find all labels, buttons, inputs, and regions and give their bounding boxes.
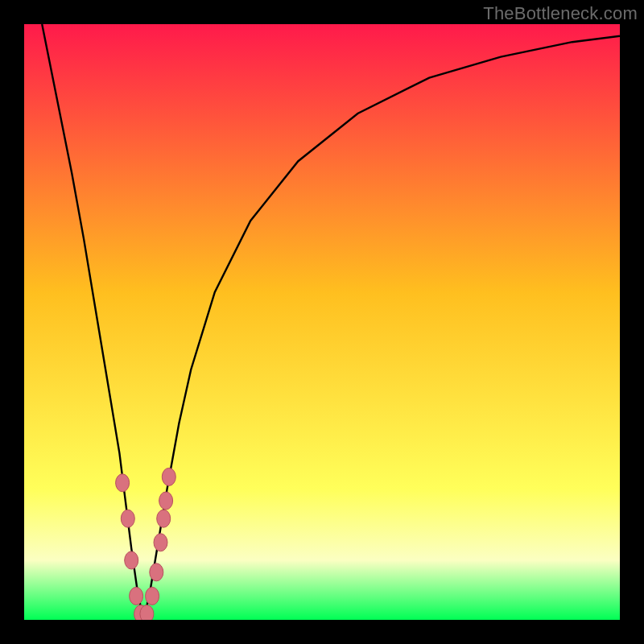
marker-point <box>150 564 163 581</box>
marker-point <box>162 468 175 485</box>
marker-point <box>140 605 154 620</box>
marker-point <box>125 551 138 569</box>
marker-point <box>121 510 134 527</box>
marker-point <box>130 587 143 605</box>
marker-point <box>146 587 159 605</box>
plot-area <box>24 24 620 620</box>
marker-point <box>159 492 173 510</box>
marker-point <box>116 474 130 492</box>
bottleneck-chart <box>24 24 620 620</box>
marker-point <box>154 534 167 551</box>
chart-frame: TheBottleneck.com <box>0 0 644 644</box>
marker-point <box>157 510 171 527</box>
watermark-text: TheBottleneck.com <box>483 3 638 24</box>
gradient-background <box>24 24 620 620</box>
